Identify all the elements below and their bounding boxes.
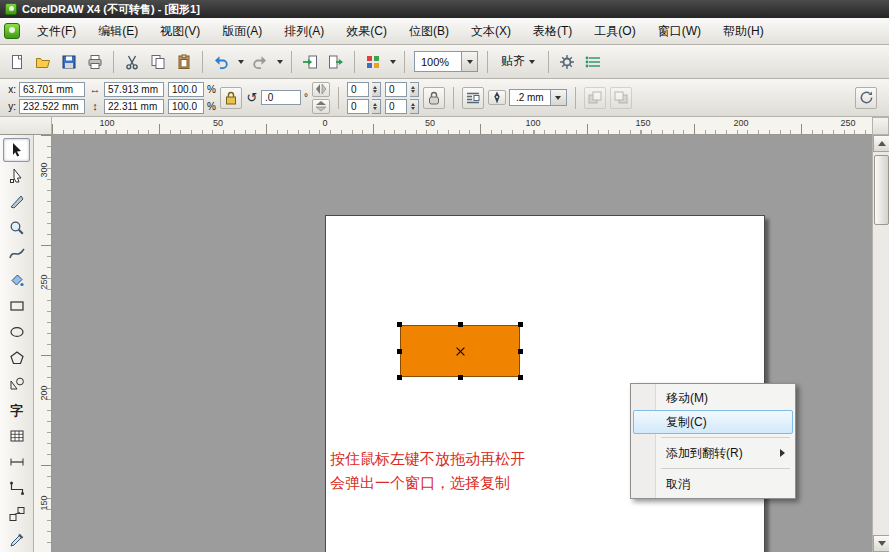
cut-scissors-icon (124, 54, 140, 70)
context-menu-item-move[interactable]: 移动(M) (633, 386, 793, 410)
object-height-field[interactable]: 22.311 mm (104, 99, 164, 114)
new-document-button[interactable] (5, 50, 29, 74)
mirror-vertical-button[interactable] (312, 99, 330, 114)
guidelines-button[interactable] (581, 50, 605, 74)
object-width-field[interactable]: 57.913 mm (104, 82, 164, 97)
eyedropper-tool-button[interactable] (3, 528, 30, 552)
table-tool-button[interactable] (3, 424, 30, 448)
scrollbar-thumb[interactable] (874, 155, 889, 225)
selection-handle[interactable] (458, 375, 463, 380)
undo-dropdown-button[interactable] (235, 50, 246, 74)
zoom-tool-button[interactable] (3, 216, 30, 240)
shape-tool-button[interactable] (3, 164, 30, 188)
redo-dropdown-button[interactable] (274, 50, 285, 74)
object-center-marker[interactable] (456, 347, 465, 356)
wrap-text-icon (466, 91, 480, 105)
redo-button[interactable] (248, 50, 272, 74)
rotation-angle-field[interactable]: .0 (261, 90, 301, 105)
export-button[interactable] (324, 50, 348, 74)
vertical-scrollbar[interactable] (872, 135, 889, 552)
menu-view[interactable]: 视图(V) (149, 18, 211, 44)
context-menu-item-cancel[interactable]: 取消 (633, 472, 793, 496)
selection-handle[interactable] (518, 349, 523, 354)
blend-tool-button[interactable] (3, 502, 30, 526)
spinner[interactable] (372, 82, 381, 97)
menu-bitmaps[interactable]: 位图(B) (398, 18, 460, 44)
selection-handle[interactable] (397, 349, 402, 354)
corner-radius-tr-field[interactable]: 0 (385, 82, 407, 97)
corner-radius-bl-field[interactable]: 0 (347, 99, 369, 114)
selection-handle[interactable] (518, 322, 523, 327)
corner-radius-tl-field[interactable]: 0 (347, 82, 369, 97)
menu-effects[interactable]: 效果(C) (335, 18, 398, 44)
drawing-area[interactable]: 按住鼠标左键不放拖动再松开 会弹出一个窗口，选择复制 移动(M) 复制(C) 添… (52, 135, 872, 552)
undo-button[interactable] (209, 50, 233, 74)
wrap-text-button[interactable] (462, 87, 484, 109)
smart-fill-tool-button[interactable] (3, 268, 30, 292)
round-corners-together-button[interactable] (423, 87, 445, 109)
rectangle-tool-button[interactable] (3, 294, 30, 318)
ruler-origin-box[interactable] (0, 117, 52, 135)
menu-arrange[interactable]: 排列(A) (273, 18, 335, 44)
outline-width-combobox[interactable]: .2 mm (509, 89, 567, 106)
snap-to-button[interactable]: 贴齐 (494, 51, 542, 73)
copy-button[interactable] (146, 50, 170, 74)
options-button[interactable] (555, 50, 579, 74)
menu-table[interactable]: 表格(T) (522, 18, 583, 44)
y-position-field[interactable]: 232.522 mm (19, 99, 85, 114)
context-menu-item-add-to-rollover[interactable]: 添加到翻转(R) (633, 441, 793, 465)
spinner[interactable] (410, 82, 419, 97)
corner-radius-br-field[interactable]: 0 (385, 99, 407, 114)
vertical-ruler[interactable]: 300 250 200 150 (34, 135, 52, 552)
selection-handle[interactable] (518, 375, 523, 380)
arrow-down-icon (878, 541, 886, 546)
horizontal-ruler[interactable]: 100 50 0 50 100 150 200 250 (52, 117, 872, 135)
context-menu-item-copy[interactable]: 复制(C) (633, 410, 793, 434)
menu-window[interactable]: 窗口(W) (647, 18, 712, 44)
outline-width-dropdown-button[interactable] (550, 90, 566, 105)
menu-help[interactable]: 帮助(H) (712, 18, 775, 44)
to-front-button[interactable] (584, 87, 606, 109)
menu-text[interactable]: 文本(X) (460, 18, 522, 44)
launcher-dropdown-button[interactable] (387, 50, 398, 74)
save-button[interactable] (57, 50, 81, 74)
x-position-field[interactable]: 63.701 mm (19, 82, 85, 97)
basic-shapes-tool-button[interactable] (3, 372, 30, 396)
to-back-button[interactable] (610, 87, 632, 109)
dimension-tool-button[interactable] (3, 450, 30, 474)
outline-pen-button[interactable] (488, 90, 506, 105)
application-launcher-button[interactable] (361, 50, 385, 74)
zoom-dropdown-button[interactable] (461, 52, 477, 71)
scroll-down-button[interactable] (873, 535, 889, 552)
menu-file[interactable]: 文件(F) (26, 18, 87, 44)
menu-layout[interactable]: 版面(A) (211, 18, 273, 44)
crop-tool-button[interactable] (3, 190, 30, 214)
pen-nib-icon (492, 91, 502, 104)
polygon-tool-button[interactable] (3, 346, 30, 370)
import-button[interactable] (298, 50, 322, 74)
spinner[interactable] (410, 99, 419, 114)
open-button[interactable] (31, 50, 55, 74)
menu-tools[interactable]: 工具(O) (583, 18, 646, 44)
selection-handle[interactable] (397, 375, 402, 380)
print-button[interactable] (83, 50, 107, 74)
selection-handle[interactable] (458, 322, 463, 327)
selection-handle[interactable] (397, 322, 402, 327)
zoom-level-combobox[interactable]: 100% (414, 51, 478, 72)
cut-button[interactable] (120, 50, 144, 74)
menu-edit[interactable]: 编辑(E) (87, 18, 149, 44)
scale-horizontal-field[interactable]: 100.0 (168, 82, 204, 97)
lock-ratio-button[interactable] (220, 87, 242, 109)
ellipse-tool-button[interactable] (3, 320, 30, 344)
scroll-up-button[interactable] (873, 135, 889, 152)
mirror-horizontal-button[interactable] (312, 82, 330, 97)
text-tool-button[interactable]: 字 (3, 398, 30, 422)
paste-button[interactable] (172, 50, 196, 74)
scale-vertical-field[interactable]: 100.0 (168, 99, 204, 114)
pick-tool-button[interactable] (3, 138, 30, 162)
spinner[interactable] (372, 99, 381, 114)
freehand-tool-button[interactable] (3, 242, 30, 266)
connector-tool-button[interactable] (3, 476, 30, 500)
convert-to-curves-button[interactable] (855, 87, 877, 109)
selected-rectangle-object[interactable] (400, 325, 520, 377)
